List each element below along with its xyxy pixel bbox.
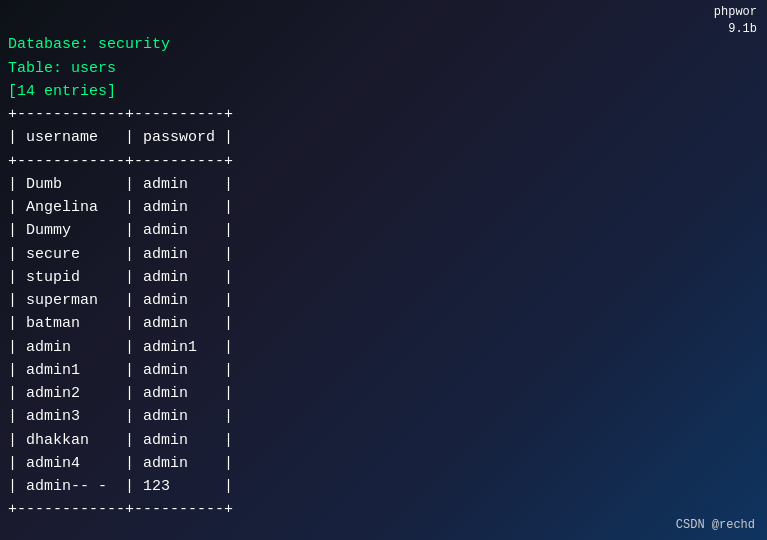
table-rows: | Dumb | admin || Angelina | admin || Du… — [8, 173, 759, 499]
table-row: | secure | admin | — [8, 243, 759, 266]
terminal-output: Database: security Table: users [14 entr… — [8, 4, 759, 522]
table-row: | admin3 | admin | — [8, 405, 759, 428]
table-row: | admin | admin1 | — [8, 336, 759, 359]
terminal-window: phpwor 9.1b Database: security Table: us… — [0, 0, 767, 522]
table-row: | stupid | admin | — [8, 266, 759, 289]
table-row: | dhakkan | admin | — [8, 429, 759, 452]
version-label: 9.1b — [714, 21, 757, 38]
table-row: | admin4 | admin | — [8, 452, 759, 475]
table-line: Table: users — [8, 57, 759, 80]
blank-top — [8, 10, 759, 33]
table-row: | admin1 | admin | — [8, 359, 759, 382]
separator-mid: +------------+----------+ — [8, 150, 759, 173]
table-row: | admin-- - | 123 | — [8, 475, 759, 498]
db-line: Database: security — [8, 33, 759, 56]
table-row: | Angelina | admin | — [8, 196, 759, 219]
column-header: | username | password | — [8, 126, 759, 149]
separator-bottom: +------------+----------+ — [8, 498, 759, 521]
top-right-info: phpwor 9.1b — [714, 4, 757, 38]
table-row: | admin2 | admin | — [8, 382, 759, 405]
table-row: | batman | admin | — [8, 312, 759, 335]
watermark: CSDN @rechd — [676, 518, 755, 532]
entries-line: [14 entries] — [8, 80, 759, 103]
phpword-label: phpwor — [714, 4, 757, 21]
table-row: | superman | admin | — [8, 289, 759, 312]
table-row: | Dummy | admin | — [8, 219, 759, 242]
separator-top: +------------+----------+ — [8, 103, 759, 126]
table-row: | Dumb | admin | — [8, 173, 759, 196]
